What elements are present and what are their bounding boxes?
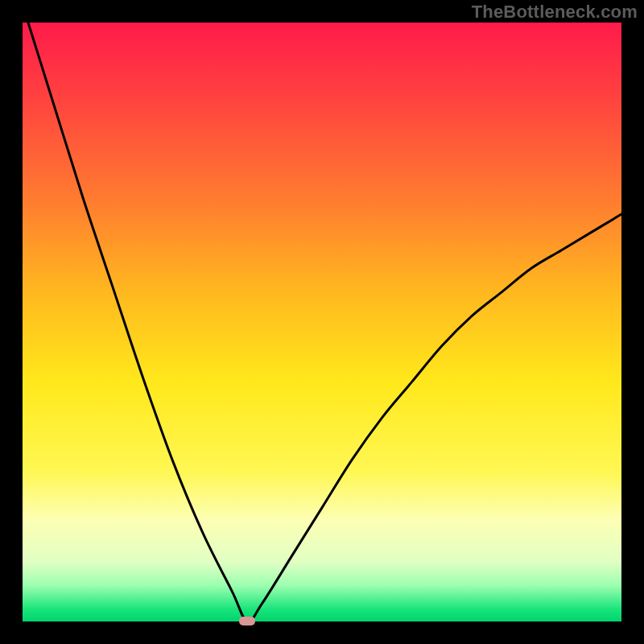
chart-frame: TheBottleneck.com [0,0,644,644]
bottleneck-curve [23,23,621,621]
curve-path [23,5,621,622]
minimum-marker [239,617,255,625]
watermark-text: TheBottleneck.com [472,2,638,23]
plot-area [23,23,621,621]
